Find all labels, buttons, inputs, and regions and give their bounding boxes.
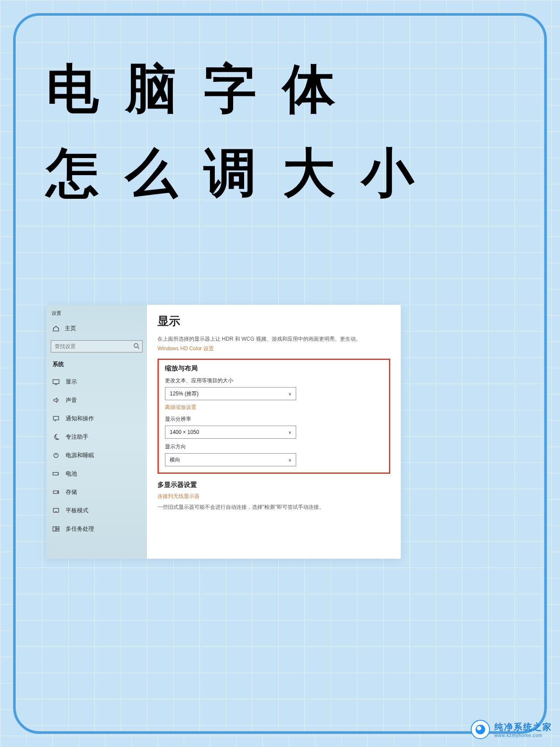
search-icon <box>133 342 140 349</box>
sidebar: 设置 主页 系统 显示 <box>46 305 147 559</box>
svg-rect-11 <box>56 529 59 531</box>
scale-label: 更改文本、应用等项目的大小 <box>165 377 383 384</box>
scale-heading: 缩放与布局 <box>165 364 383 373</box>
sidebar-item-label: 多任务处理 <box>66 525 94 533</box>
headline-line-1: 电脑字体 <box>46 46 514 130</box>
display-icon <box>52 378 60 385</box>
multitask-icon <box>52 525 60 532</box>
sidebar-item-focus[interactable]: 专注助手 <box>46 428 147 446</box>
svg-point-0 <box>134 344 138 348</box>
resolution-value: 1400 × 1050 <box>170 429 199 435</box>
home-label: 主页 <box>65 324 76 332</box>
watermark-text-en: www.kzmyhome.com <box>494 733 552 738</box>
hdr-link[interactable]: Windows HD Color 设置 <box>158 345 214 352</box>
svg-rect-2 <box>53 416 59 420</box>
focus-icon <box>52 433 60 440</box>
svg-rect-10 <box>56 527 59 529</box>
home-button[interactable]: 主页 <box>46 320 147 337</box>
watermark-text-cn: 纯净系统之家 <box>494 721 552 733</box>
advanced-scaling-link[interactable]: 高级缩放设置 <box>165 404 383 411</box>
sidebar-item-label: 存储 <box>66 488 77 496</box>
search-container <box>51 340 143 352</box>
svg-rect-9 <box>53 527 56 531</box>
page-title: 显示 <box>158 314 390 329</box>
chevron-down-icon: ∨ <box>288 430 291 435</box>
watermark: 纯净系统之家 www.kzmyhome.com <box>471 720 552 739</box>
search-input[interactable] <box>51 340 143 352</box>
wireless-link[interactable]: 连接到无线显示器 <box>158 493 200 499</box>
sidebar-item-notifications[interactable]: 通知和操作 <box>46 409 147 428</box>
sidebar-item-label: 通知和操作 <box>66 415 94 423</box>
app-label: 设置 <box>46 308 147 320</box>
sidebar-item-label: 平板模式 <box>66 507 88 514</box>
watermark-logo-icon <box>471 720 490 739</box>
content-panel: 显示 在上面所选择的显示器上让 HDR 和 WCG 视频、游戏和应用中的画面更明… <box>147 305 401 559</box>
sidebar-item-tablet[interactable]: 平板模式 <box>46 501 147 520</box>
sidebar-item-display[interactable]: 显示 <box>46 373 147 391</box>
poster-frame: 电脑字体 怎么调大小 设置 主页 系统 <box>13 13 547 734</box>
battery-icon <box>52 470 60 477</box>
sidebar-item-battery[interactable]: 电池 <box>46 465 147 483</box>
scale-value: 125% (推荐) <box>170 390 199 398</box>
svg-rect-4 <box>53 472 58 475</box>
sidebar-item-sound[interactable]: 声音 <box>46 391 147 409</box>
sidebar-item-storage[interactable]: 存储 <box>46 483 147 501</box>
detect-description: 一些旧式显示器可能不会进行自动连接，选择"检测"即可尝试手动连接。 <box>158 504 390 511</box>
power-icon <box>52 452 60 459</box>
svg-rect-1 <box>53 380 59 384</box>
settings-window: 设置 主页 系统 显示 <box>46 305 401 559</box>
headline-line-2: 怎么调大小 <box>46 130 514 215</box>
home-icon <box>52 325 60 332</box>
orientation-label: 显示方向 <box>165 443 383 451</box>
headline-area: 电脑字体 怎么调大小 <box>16 16 544 215</box>
sidebar-item-label: 电源和睡眠 <box>66 451 94 459</box>
section-system: 系统 <box>46 356 147 373</box>
highlight-box: 缩放与布局 更改文本、应用等项目的大小 125% (推荐) ∨ 高级缩放设置 显… <box>158 359 390 474</box>
hdr-description: 在上面所选择的显示器上让 HDR 和 WCG 视频、游戏和应用中的画面更明亮、更… <box>158 335 390 343</box>
settings-screenshot: 设置 主页 系统 显示 <box>46 305 401 559</box>
notifications-icon <box>52 415 60 422</box>
scale-select[interactable]: 125% (推荐) ∨ <box>165 387 296 400</box>
chevron-down-icon: ∨ <box>288 458 291 462</box>
sidebar-item-multitask[interactable]: 多任务处理 <box>46 520 147 538</box>
sidebar-item-power[interactable]: 电源和睡眠 <box>46 446 147 465</box>
sidebar-item-label: 专注助手 <box>66 433 88 441</box>
sound-icon <box>52 397 60 404</box>
sidebar-item-label: 电池 <box>66 470 77 478</box>
storage-icon <box>52 489 60 496</box>
orientation-select[interactable]: 横向 ∨ <box>165 453 296 466</box>
chevron-down-icon: ∨ <box>288 391 291 396</box>
svg-point-8 <box>56 511 56 512</box>
multi-display-heading: 多显示器设置 <box>158 481 390 489</box>
svg-point-6 <box>57 492 58 493</box>
resolution-select[interactable]: 1400 × 1050 ∨ <box>165 426 296 439</box>
tablet-icon <box>52 507 60 514</box>
sidebar-item-label: 声音 <box>66 396 77 404</box>
orientation-value: 横向 <box>170 456 180 464</box>
sidebar-item-label: 显示 <box>66 378 77 386</box>
resolution-label: 显示分辨率 <box>165 416 383 423</box>
